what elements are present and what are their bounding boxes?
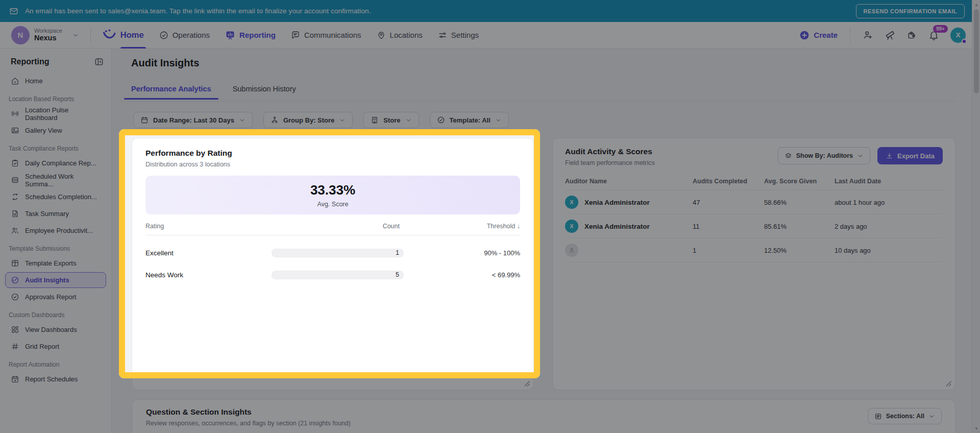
create-button[interactable]: Create <box>799 30 838 40</box>
invite-user-button[interactable] <box>863 30 873 40</box>
explore-button[interactable] <box>885 30 895 40</box>
sidebar-item-template-exports[interactable]: Template Exports <box>5 255 106 271</box>
group-by-filter[interactable]: Group By: Store <box>263 112 353 128</box>
rating-row-needs-work: Needs Work 5 < 69.99% <box>145 271 520 279</box>
sidebar-item-scheduled-work-summary[interactable]: Scheduled Work Summa... <box>5 172 106 188</box>
performance-by-rating-panel: Performance by Rating Distribution acros… <box>132 138 534 390</box>
nav-item-reporting[interactable]: Reporting <box>225 22 276 49</box>
rating-bar-track: 1 <box>272 249 404 257</box>
date-range-filter[interactable]: Date Range: Last 30 Days <box>133 112 253 128</box>
status-dot <box>962 39 967 44</box>
resize-corner-handle[interactable] <box>524 381 530 387</box>
workspace-switcher[interactable]: N Workspace Nexus <box>11 26 79 44</box>
sidebar-item-grid-report[interactable]: Grid Report <box>5 339 106 354</box>
sidebar-item-schedules-completion[interactable]: Schedules Completion... <box>5 189 106 205</box>
resize-corner-handle[interactable] <box>946 381 951 387</box>
calendar-check-icon <box>11 375 19 383</box>
user-avatar[interactable]: X <box>950 28 966 43</box>
auditor-avatar: X <box>565 196 578 209</box>
sidebar-item-report-schedules[interactable]: Report Schedules <box>5 371 106 387</box>
check-circle-icon <box>159 31 168 40</box>
audits-completed: 47 <box>693 199 764 206</box>
export-data-button[interactable]: Export Data <box>877 147 943 164</box>
sidebar-item-employee-productivity[interactable]: Employee Productivit... <box>5 223 106 238</box>
sidebar-item-location-pulse-dashboard[interactable]: Location Pulse Dashboard <box>5 106 106 122</box>
nav-item-communications[interactable]: Communications <box>291 22 361 49</box>
scroll-down-arrow[interactable]: ▼ <box>972 425 980 432</box>
email-icon <box>9 7 18 16</box>
top-navbar: N Workspace Nexus Home Operations <box>0 22 980 49</box>
table-icon <box>11 259 19 268</box>
store-filter[interactable]: Store <box>363 112 419 128</box>
template-filter[interactable]: Template: All <box>430 112 509 128</box>
sidebar-title: Reporting <box>11 57 50 66</box>
panel-subtitle: Distribution across 3 locations <box>145 161 520 168</box>
sidebar-item-daily-compliance[interactable]: Daily Compliance Rep... <box>5 155 106 171</box>
sliders-icon <box>438 31 447 40</box>
list-icon <box>874 413 882 420</box>
auditor-row: X Xenia Administrator 47 58.66% about 1 … <box>565 190 943 214</box>
stack-rows-icon <box>11 176 19 184</box>
panel-title: Audit Activity & Scores <box>565 147 655 156</box>
resend-confirmation-button[interactable]: RESEND CONFIRMATION EMAIL <box>856 4 965 18</box>
auditor-row: X Xenia Administrator 11 85.61% 2 days a… <box>565 214 943 238</box>
integrations-button[interactable] <box>906 30 917 40</box>
reporting-sidebar: Reporting Home Location Based Reports Lo… <box>0 49 112 433</box>
sidebar-item-gallery-view[interactable]: Gallery View <box>5 123 106 138</box>
filter-bar: Date Range: Last 30 Days Group By: Store… <box>133 112 509 128</box>
show-by-dropdown[interactable]: Show By: Auditors <box>778 147 870 164</box>
sidebar-section-task-compliance: Task Compliance Reports <box>0 139 111 154</box>
nav-item-home[interactable]: Home <box>102 22 144 49</box>
document-icon <box>11 209 19 218</box>
confirmation-banner: An email has been sent to sales@xenia.te… <box>0 0 980 22</box>
check-circle-icon <box>11 293 19 301</box>
building-icon <box>371 116 379 124</box>
avg-score-label: Avg. Score <box>317 201 349 208</box>
tab-submission-history[interactable]: Submission History <box>233 85 296 100</box>
last-audit-date: about 1 hour ago <box>835 199 943 206</box>
home-icon <box>11 77 19 85</box>
chat-icon <box>291 31 300 40</box>
auditor-name: Xenia Administrator <box>584 199 650 206</box>
auditor-table-header: Auditor Name Audits Completed Avg. Score… <box>565 178 943 190</box>
tab-bar: Performance Analytics Submission History <box>131 85 296 100</box>
sidebar-item-task-summary[interactable]: Task Summary <box>5 206 106 222</box>
avg-score-given: 58.66% <box>764 199 835 206</box>
sections-dropdown[interactable]: Sections: All <box>868 408 942 424</box>
col-threshold[interactable]: Threshold ↓ <box>404 223 520 230</box>
audit-activity-panel: Audit Activity & Scores Field team perfo… <box>552 138 955 390</box>
col-auditor-name: Auditor Name <box>565 178 693 185</box>
sidebar-item-home[interactable]: Home <box>5 73 106 89</box>
nav-item-settings[interactable]: Settings <box>438 22 479 49</box>
notifications-button[interactable]: 99+ <box>928 30 939 40</box>
sidebar-collapse-button[interactable] <box>94 57 104 67</box>
sidebar-item-audit-insights[interactable]: Audit Insights <box>5 272 106 288</box>
workspace-avatar: N <box>11 26 30 44</box>
calendar-icon <box>140 116 149 124</box>
sidebar-item-approvals-report[interactable]: Approvals Report <box>5 289 106 305</box>
tab-performance-analytics[interactable]: Performance Analytics <box>131 85 211 100</box>
chevron-down-icon <box>239 117 246 124</box>
user-plus-icon <box>863 30 873 40</box>
avg-score-given: 85.61% <box>764 223 835 230</box>
nav-item-locations[interactable]: Locations <box>377 22 423 49</box>
rating-bar-track: 5 <box>272 271 404 279</box>
navbar-divider <box>850 28 850 43</box>
collapse-panel-icon <box>94 57 104 67</box>
nav-item-operations[interactable]: Operations <box>159 22 210 49</box>
col-last-audit-date: Last Audit Date <box>835 178 943 185</box>
sidebar-section-template-submissions: Template Submissions <box>0 239 111 254</box>
sidebar-item-view-dashboards[interactable]: View Dashboards <box>5 322 106 338</box>
last-audit-date: 2 days ago <box>835 223 943 230</box>
scrollbar-thumb[interactable] <box>974 9 979 93</box>
page-scrollbar[interactable]: ▲ ▼ <box>972 0 980 433</box>
chevron-down-icon <box>495 117 502 124</box>
col-avg-score-given: Avg. Score Given <box>764 178 835 185</box>
report-chart-icon <box>225 30 235 40</box>
audits-completed: 11 <box>693 223 764 230</box>
broadcast-icon <box>11 109 19 118</box>
page-title: Audit Insights <box>131 57 199 69</box>
scroll-up-arrow[interactable]: ▲ <box>972 1 980 8</box>
avg-score-banner: 33.33% Avg. Score <box>145 176 520 214</box>
download-icon <box>886 152 893 160</box>
